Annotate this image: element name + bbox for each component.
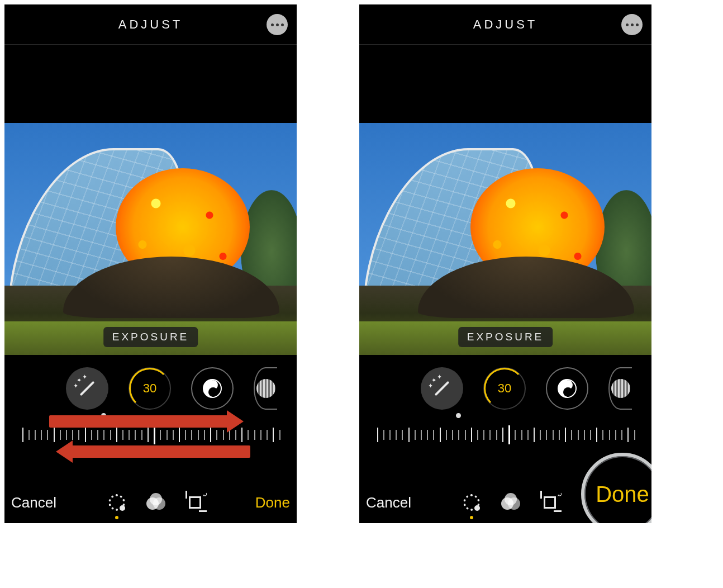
phone-screen-right: ADJUST EXPOSURE ✦✦✦ 30 [359, 4, 651, 523]
highlights-icon [256, 379, 275, 398]
crop-icon: ⤾ [187, 494, 203, 511]
exposure-dial[interactable]: 30 [129, 367, 171, 410]
more-button[interactable] [621, 14, 643, 35]
photo-preview[interactable]: EXPOSURE [359, 123, 651, 355]
header-spacer [4, 45, 297, 123]
highlights-dial[interactable] [608, 367, 632, 410]
brilliance-dial[interactable] [191, 367, 234, 410]
adjust-tab[interactable] [460, 491, 483, 514]
active-tab-indicator [115, 516, 118, 519]
magic-wand-icon: ✦✦✦ [78, 379, 97, 398]
header-spacer [359, 45, 651, 123]
highlights-icon [611, 379, 630, 398]
header-title: ADJUST [118, 17, 183, 32]
adjust-tab[interactable] [106, 491, 128, 514]
auto-enhance-dial[interactable]: ✦✦✦ [421, 367, 463, 410]
active-tab-indicator [470, 516, 473, 519]
header-title: ADJUST [473, 17, 538, 32]
ellipsis-icon [271, 23, 274, 26]
cancel-button[interactable]: Cancel [366, 494, 411, 511]
magic-wand-icon: ✦✦✦ [432, 379, 451, 398]
done-highlight-callout: Done [581, 453, 651, 523]
adjust-icon [108, 494, 125, 511]
bottom-bar: Cancel ⤾ Done [4, 482, 297, 523]
ellipsis-icon [626, 23, 629, 26]
crop-icon: ⤾ [541, 494, 558, 511]
adjustment-dials[interactable]: ✦✦✦ 30 [4, 355, 297, 422]
edit-mode-tabs: ⤾ [460, 491, 561, 514]
progress-ring [484, 368, 525, 409]
crop-tab[interactable]: ⤾ [539, 491, 561, 514]
filters-icon [146, 493, 165, 512]
phone-screen-left: ADJUST EXPOSURE ✦✦✦ 30 [4, 4, 297, 523]
filters-icon [501, 493, 520, 512]
value-slider-row [4, 422, 297, 449]
brilliance-icon [558, 379, 577, 398]
header: ADJUST [4, 4, 297, 45]
done-button[interactable]: Done [255, 494, 290, 511]
slider-origin-dot [456, 413, 461, 418]
filters-tab[interactable] [145, 491, 167, 514]
filters-tab[interactable] [500, 491, 522, 514]
progress-ring [129, 368, 170, 409]
cancel-button[interactable]: Cancel [11, 494, 56, 511]
annotation-arrow-right [49, 415, 228, 428]
highlights-dial[interactable] [254, 367, 277, 410]
auto-enhance-dial[interactable]: ✦✦✦ [66, 367, 108, 410]
adjust-icon [463, 494, 480, 511]
adjustment-name-label: EXPOSURE [458, 327, 553, 347]
adjustment-dials[interactable]: ✦✦✦ 30 [359, 355, 651, 422]
header: ADJUST [359, 4, 651, 45]
done-highlight-label: Done [596, 482, 649, 507]
brilliance-icon [203, 379, 222, 398]
more-button[interactable] [267, 14, 288, 35]
value-slider-row [359, 422, 651, 449]
adjustment-name-label: EXPOSURE [103, 327, 198, 347]
photo-preview[interactable]: EXPOSURE [4, 123, 297, 355]
brilliance-dial[interactable] [546, 367, 588, 410]
value-slider[interactable] [377, 428, 634, 443]
exposure-dial[interactable]: 30 [483, 367, 526, 410]
edit-mode-tabs: ⤾ [106, 491, 206, 514]
annotation-arrow-left [72, 445, 250, 458]
crop-tab[interactable]: ⤾ [184, 491, 206, 514]
